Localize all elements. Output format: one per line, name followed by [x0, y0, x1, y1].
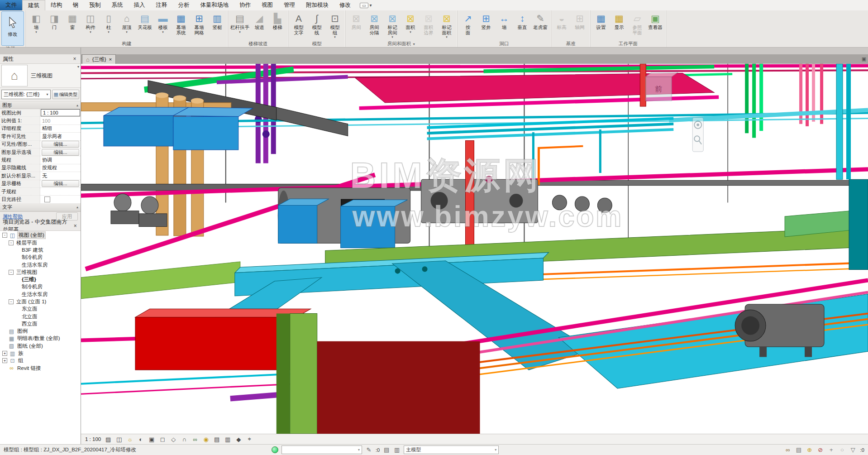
collapse-icon[interactable]: ▴ — [76, 103, 78, 107]
room-button[interactable]: ⊠房间 — [347, 11, 365, 30]
model-text-button[interactable]: A模型文字 — [290, 11, 308, 35]
window-button[interactable]: ▦窗 — [63, 11, 81, 30]
ribbon-tab-7[interactable]: 注释 — [151, 0, 173, 10]
shaft-opening-button[interactable]: ⊞竖井 — [477, 11, 495, 30]
select-links-icon[interactable]: ∞ — [784, 446, 792, 453]
ribbon-tab-8[interactable]: 分析 — [173, 0, 195, 10]
level-button[interactable]: ◒标高 — [553, 11, 571, 30]
tree-item[interactable]: ∞Revit 链接 — [1, 364, 81, 372]
ribbon-tab-12[interactable]: 管理 — [278, 0, 300, 10]
tree-item[interactable]: -◫视图 (全部) — [1, 232, 81, 239]
tree-item[interactable]: ▤图例 — [1, 328, 81, 335]
collapse-expander-icon[interactable]: - — [2, 233, 7, 238]
mullion-button[interactable]: ▥竖梃 — [208, 11, 226, 30]
type-selector-combo[interactable]: 三维视图: {三维} ▾ — [1, 90, 51, 99]
edit-button[interactable]: 编辑... — [42, 149, 79, 156]
stair-button[interactable]: ▙楼梯 — [268, 11, 286, 30]
ribbon-tab-4[interactable]: 预制 — [84, 0, 106, 10]
visual-style-icon[interactable]: ◫ — [115, 436, 123, 443]
panel-label-6[interactable]: 基准 — [551, 41, 590, 47]
worksets-dialog-icon[interactable]: ▤ — [383, 446, 390, 453]
active-model-combo[interactable]: 主模型 ▾ — [404, 445, 499, 454]
panel-label-2[interactable]: 楼梯坡道 — [228, 41, 288, 47]
modify-cursor-button[interactable]: 修改 — [1, 11, 24, 46]
panel-label-5[interactable]: 洞口 — [458, 41, 551, 47]
property-value[interactable]: 1 : 100 — [41, 109, 80, 116]
panel-label-3[interactable]: 模型 — [288, 41, 345, 47]
ribbon-tab-5[interactable]: 系统 — [106, 0, 129, 10]
temporary-view-icon[interactable]: ▤ — [213, 436, 220, 443]
panel-label-7[interactable]: 工作平面 — [591, 41, 666, 47]
railing-button[interactable]: ▤栏杆扶手▾ — [229, 11, 250, 34]
ribbon-tab-3[interactable]: 钢 — [67, 0, 84, 10]
vertical-opening-button[interactable]: ↕垂直 — [513, 11, 531, 30]
tree-item[interactable]: ▧图纸 (全部) — [1, 342, 81, 350]
temporary-hide-icon[interactable]: ∞ — [191, 436, 199, 443]
workplane-set-button[interactable]: ▦设置 — [592, 11, 610, 30]
opening-by-face-button[interactable]: ↗按面 — [459, 11, 477, 35]
shadows-icon[interactable]: ◐ — [137, 436, 144, 443]
component-button[interactable]: ◫构件▾ — [81, 11, 100, 34]
displacement-icon[interactable]: ◆ — [235, 436, 242, 443]
worksharing-display-icon[interactable]: ▥ — [224, 436, 231, 443]
edit-button[interactable]: 编辑... — [42, 180, 79, 187]
tree-item[interactable]: 制冷机房 — [1, 254, 81, 261]
collapse-expander-icon[interactable]: - — [9, 299, 14, 304]
area-boundary-button[interactable]: ⊠面积边界 — [420, 11, 438, 35]
worksharing-globe-icon[interactable] — [272, 446, 278, 453]
model-group-button[interactable]: ⊡模型组▾ — [326, 11, 344, 38]
wall-button[interactable]: ◧墙▾ — [27, 11, 45, 34]
active-workset-combo[interactable]: ▾ — [281, 445, 362, 454]
ceiling-button[interactable]: ▤天花板 — [136, 11, 154, 30]
checkbox[interactable] — [44, 196, 50, 202]
view-tab-3d[interactable]: ⌂ {三维} × — [82, 54, 116, 64]
collapse-expander-icon[interactable]: - — [9, 240, 14, 245]
view-scale[interactable]: 1 : 100 — [85, 436, 101, 442]
ref-plane-button[interactable]: ▱参照平面 — [628, 11, 646, 35]
tree-item[interactable]: +▥族 — [1, 350, 81, 357]
detail-level-icon[interactable]: ▨ — [105, 436, 112, 443]
crop-view-icon[interactable]: ▣ — [148, 436, 155, 443]
expand-expander-icon[interactable]: + — [2, 351, 7, 356]
text-section-header[interactable]: 文字 ▴ — [0, 204, 81, 211]
ribbon-tab-6[interactable]: 插入 — [129, 0, 151, 10]
room-separator-button[interactable]: ⊠房间分隔 — [365, 11, 383, 35]
edit-type-button[interactable]: ▦ 编辑类型 — [52, 90, 79, 99]
drag-on-selection-icon[interactable]: + — [828, 446, 835, 453]
tree-item[interactable]: +⊡组 — [1, 357, 81, 364]
panel-label-1[interactable]: 构建 — [26, 41, 228, 47]
ribbon-tab-14[interactable]: 修改 — [334, 0, 356, 10]
dormer-opening-button[interactable]: ✎老虎窗 — [531, 11, 549, 30]
expand-expander-icon[interactable]: + — [2, 358, 7, 363]
tree-item[interactable]: ▦明细表/数量 (全部) — [1, 335, 81, 342]
type-preview[interactable]: ⌂ 三维视图 ▾ — [0, 64, 81, 88]
drawing-canvas[interactable]: BIM资源网 www.bimzyw.com 前 — [81, 64, 868, 434]
ribbon-tab-1[interactable]: 建筑 — [22, 0, 45, 10]
properties-close-icon[interactable]: × — [72, 56, 78, 62]
workplane-show-button[interactable]: ▦显示 — [610, 11, 628, 30]
tag-area-button[interactable]: ⊠标记面积▾ — [438, 11, 456, 38]
tree-item[interactable]: 北立面 — [1, 313, 81, 320]
filter-icon[interactable]: ▽ — [849, 446, 857, 453]
modify-panel-overflow[interactable]: ▭ ▾ — [356, 0, 376, 10]
tree-item[interactable]: 生活水泵房 — [1, 291, 81, 298]
tag-room-button[interactable]: ⊠标记房间▾ — [383, 11, 401, 38]
ribbon-tab-9[interactable]: 体量和场地 — [195, 0, 234, 10]
panel-label-4[interactable]: 房间和面积▼ — [346, 41, 457, 47]
viewer-button[interactable]: ▣查看器 — [646, 11, 664, 30]
column-button[interactable]: ▯柱▾ — [100, 11, 118, 34]
preview-dropdown-icon[interactable]: ▾ — [76, 64, 81, 70]
ribbon-tab-13[interactable]: 附加模块 — [300, 0, 334, 10]
tree-item[interactable]: -三维视图 — [1, 268, 81, 276]
project-browser-close-icon[interactable]: × — [73, 223, 78, 229]
view-tab-close-icon[interactable]: × — [109, 57, 112, 62]
measure-lock-icon[interactable]: ⌖ — [246, 436, 253, 443]
edit-button[interactable]: 编辑... — [42, 141, 79, 148]
file-tab[interactable]: 文件 — [0, 0, 22, 10]
tree-item[interactable]: {三维} — [1, 276, 81, 283]
lock-orientation-icon[interactable]: ∩ — [181, 436, 188, 443]
navigation-bar[interactable] — [692, 117, 703, 152]
grid-button[interactable]: ⊞轴网 — [571, 11, 589, 30]
tree-item[interactable]: 制冷机房 — [1, 283, 81, 291]
collapse-icon[interactable]: ▴ — [76, 205, 78, 209]
